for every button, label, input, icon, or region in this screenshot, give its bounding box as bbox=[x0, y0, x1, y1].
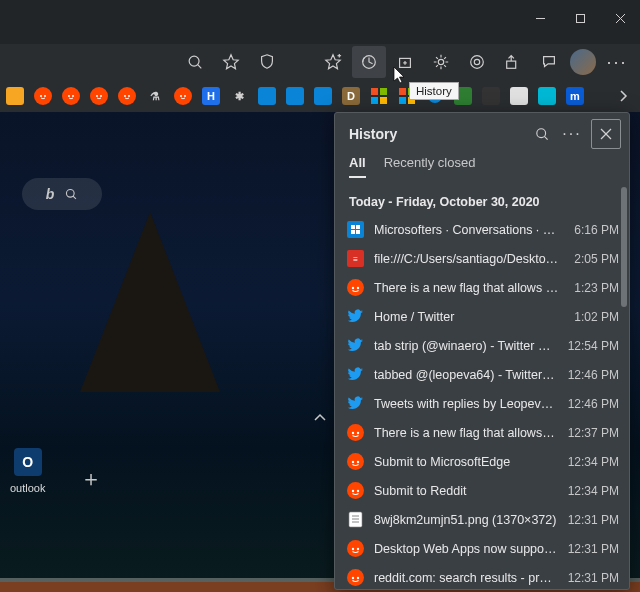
ms-icon bbox=[347, 221, 364, 238]
history-entry[interactable]: Desktop Web Apps now support…12:31 PM bbox=[335, 534, 629, 563]
history-entry[interactable]: ≡file:///C:/Users/santiago/Desktop/…2:05… bbox=[335, 244, 629, 273]
svg-point-76 bbox=[352, 577, 354, 579]
svg-point-65 bbox=[347, 482, 364, 499]
history-entry[interactable]: There is a new flag that allows d…12:37 … bbox=[335, 418, 629, 447]
svg-point-15 bbox=[474, 59, 479, 64]
favorite-teams[interactable] bbox=[286, 87, 304, 105]
favorite-reddit[interactable] bbox=[118, 87, 136, 105]
history-entry-label: Submit to MicrosoftEdge bbox=[374, 455, 558, 469]
svg-point-61 bbox=[357, 432, 359, 434]
outlook-shortcut[interactable]: O outlook bbox=[10, 448, 45, 494]
favorite-ext2[interactable] bbox=[482, 87, 500, 105]
tab-recently-closed[interactable]: Recently closed bbox=[384, 155, 476, 176]
favorite-cam[interactable] bbox=[538, 87, 556, 105]
feedback-icon[interactable] bbox=[532, 46, 566, 78]
svg-point-56 bbox=[347, 279, 364, 296]
svg-point-30 bbox=[177, 90, 189, 102]
browser-toolbar: ··· bbox=[0, 44, 640, 80]
svg-point-4 bbox=[189, 56, 199, 66]
history-entry[interactable]: Microsofters · Conversations · Dis…6:16 … bbox=[335, 215, 629, 244]
reddit-icon bbox=[347, 279, 364, 296]
favorite-onedrive[interactable] bbox=[258, 87, 276, 105]
svg-point-63 bbox=[352, 461, 354, 463]
titlebar bbox=[0, 0, 640, 44]
favorite-reddit[interactable] bbox=[34, 87, 52, 105]
history-close-button[interactable] bbox=[591, 119, 621, 149]
favorite-star-icon[interactable] bbox=[214, 46, 248, 78]
history-entry[interactable]: Tweets with replies by Leopeva6…12:46 PM bbox=[335, 389, 629, 418]
history-entry[interactable]: 8wj8km2umjn51.png (1370×372)12:31 PM bbox=[335, 505, 629, 534]
history-search-icon[interactable] bbox=[527, 119, 557, 149]
svg-point-66 bbox=[352, 490, 354, 492]
history-entry[interactable]: Submit to MicrosoftEdge12:34 PM bbox=[335, 447, 629, 476]
favorite-h[interactable]: H bbox=[202, 87, 220, 105]
history-entry-time: 12:46 PM bbox=[568, 397, 619, 411]
maximize-button[interactable] bbox=[560, 4, 600, 32]
favorites-bar: ⚗H✱Dm bbox=[0, 80, 640, 112]
history-more-icon[interactable]: ··· bbox=[557, 119, 587, 149]
svg-point-59 bbox=[347, 424, 364, 441]
history-date-header: Today - Friday, October 30, 2020 bbox=[335, 185, 629, 215]
history-entry-time: 12:46 PM bbox=[568, 368, 619, 382]
history-entry[interactable]: There is a new flag that allows des…1:23… bbox=[335, 273, 629, 302]
outlook-icon: O bbox=[14, 448, 42, 476]
favorite-flask[interactable]: ⚗ bbox=[146, 87, 164, 105]
twitter-icon bbox=[347, 366, 364, 383]
history-entry-label: tab strip (@winaero) - Twitter Se… bbox=[374, 339, 558, 353]
add-tile-button[interactable]: ＋ bbox=[80, 464, 102, 494]
performance-icon[interactable] bbox=[460, 46, 494, 78]
favorite-photos[interactable]: ✱ bbox=[230, 87, 248, 105]
svg-point-22 bbox=[68, 95, 70, 97]
svg-point-14 bbox=[438, 59, 443, 64]
share-icon[interactable] bbox=[496, 46, 530, 78]
history-entry[interactable]: tabbed @(leopeva64) - Twitter S…12:46 PM bbox=[335, 360, 629, 389]
svg-line-5 bbox=[198, 65, 202, 69]
favorite-m[interactable]: m bbox=[566, 87, 584, 105]
bing-icon: b bbox=[46, 186, 55, 202]
history-entry-label: reddit.com: search results - prot… bbox=[374, 571, 558, 585]
favorite-ext3[interactable] bbox=[510, 87, 528, 105]
history-entry[interactable]: Home / Twitter1:02 PM bbox=[335, 302, 629, 331]
more-icon[interactable]: ··· bbox=[600, 46, 634, 78]
shield-icon[interactable] bbox=[250, 46, 284, 78]
outlook-label: outlook bbox=[10, 482, 45, 494]
zoom-icon[interactable] bbox=[178, 46, 212, 78]
favorite-reddit[interactable] bbox=[62, 87, 80, 105]
close-button[interactable] bbox=[600, 4, 640, 32]
svg-point-29 bbox=[128, 95, 130, 97]
add-favorite-icon[interactable] bbox=[316, 46, 350, 78]
history-entry-time: 12:31 PM bbox=[568, 542, 619, 556]
extensions-icon[interactable] bbox=[424, 46, 458, 78]
profile-avatar[interactable] bbox=[568, 47, 598, 77]
tab-all[interactable]: All bbox=[349, 155, 366, 178]
history-entry-time: 6:16 PM bbox=[574, 223, 619, 237]
favorite-reddit[interactable] bbox=[174, 87, 192, 105]
reddit-icon bbox=[347, 424, 364, 441]
twitter-icon bbox=[347, 308, 364, 325]
favorite-d[interactable]: D bbox=[342, 87, 360, 105]
history-scrollbar[interactable] bbox=[621, 187, 627, 307]
reddit-icon bbox=[347, 540, 364, 557]
reddit-icon bbox=[347, 569, 364, 586]
chevron-right-icon[interactable] bbox=[610, 80, 636, 112]
svg-point-74 bbox=[357, 548, 359, 550]
reddit-icon bbox=[347, 482, 364, 499]
svg-point-72 bbox=[347, 540, 364, 557]
favorite-reddit[interactable] bbox=[90, 87, 108, 105]
history-entry-time: 2:05 PM bbox=[574, 252, 619, 266]
history-entry[interactable]: reddit.com: search results - prot…12:31 … bbox=[335, 563, 629, 589]
svg-marker-6 bbox=[224, 55, 238, 69]
history-entry[interactable]: Submit to Reddit12:34 PM bbox=[335, 476, 629, 505]
svg-point-27 bbox=[121, 90, 133, 102]
svg-point-58 bbox=[357, 287, 359, 289]
history-entry-time: 12:31 PM bbox=[568, 513, 619, 527]
history-button[interactable] bbox=[352, 46, 386, 78]
favorite-arrow[interactable] bbox=[314, 87, 332, 105]
svg-point-32 bbox=[184, 95, 186, 97]
history-entry[interactable]: tab strip (@winaero) - Twitter Se…12:54 … bbox=[335, 331, 629, 360]
minimize-button[interactable] bbox=[520, 4, 560, 32]
favorite-honey[interactable] bbox=[6, 87, 24, 105]
search-pill[interactable]: b bbox=[22, 178, 102, 210]
svg-point-25 bbox=[96, 95, 98, 97]
favorite-ms1[interactable] bbox=[370, 87, 388, 105]
